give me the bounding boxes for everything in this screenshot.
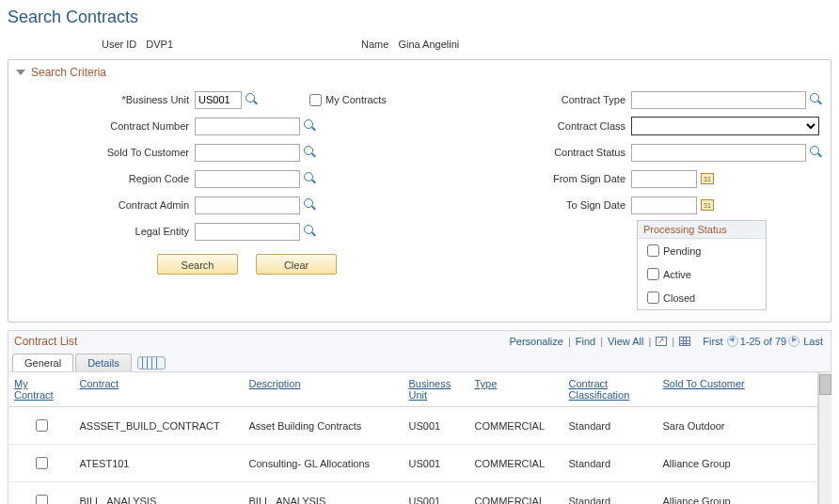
legal-entity-input[interactable]	[195, 223, 300, 241]
cell-classification: Standard	[563, 445, 657, 482]
col-type[interactable]: Type	[475, 378, 498, 389]
col-business-unit[interactable]: Business Unit	[409, 378, 451, 401]
scrollbar[interactable]	[818, 372, 831, 504]
grid-tools: Personalize| Find| View All| | First 1-2…	[507, 336, 825, 347]
col-description[interactable]: Description	[249, 378, 301, 389]
row-my-contract-checkbox[interactable]	[36, 419, 48, 432]
table-row: ASSSET_BUILD_CONTRACTAsset Building Cont…	[8, 407, 818, 445]
zoom-icon[interactable]	[656, 337, 667, 346]
contract-type-input[interactable]	[631, 91, 806, 109]
user-name-value: Gina Angelini	[398, 39, 459, 50]
my-contracts-label: My Contracts	[325, 94, 387, 105]
cell-classification: Standard	[563, 407, 657, 445]
lookup-icon[interactable]	[304, 146, 317, 159]
contract-admin-input[interactable]	[195, 197, 300, 214]
personalize-link[interactable]: Personalize	[509, 336, 562, 347]
active-label: Active	[663, 269, 691, 280]
cell-type: COMMERCIAL	[469, 482, 563, 505]
calendar-icon[interactable]: 31	[701, 199, 714, 211]
contract-class-select[interactable]	[631, 117, 819, 135]
show-all-columns-icon[interactable]	[137, 356, 166, 370]
contract-class-label: Contract Class	[528, 120, 631, 132]
lookup-icon[interactable]	[304, 198, 317, 212]
to-sign-date-input[interactable]	[631, 197, 697, 214]
user-id-value: DVP1	[146, 39, 173, 50]
closed-checkbox[interactable]	[647, 291, 659, 304]
col-classification[interactable]: Contract Classification	[569, 378, 630, 401]
cell-sold-to: Alliance Group	[657, 445, 818, 482]
view-all-link[interactable]: View All	[608, 336, 643, 347]
cell-description: BILL_ANALYSIS	[244, 482, 404, 505]
contract-grid: My Contract Contract Description Busines…	[8, 372, 818, 504]
active-checkbox[interactable]	[647, 268, 659, 280]
user-name-label: Name	[361, 39, 388, 50]
processing-status-legend: Processing Status	[638, 221, 766, 239]
row-my-contract-checkbox[interactable]	[36, 495, 48, 504]
legal-entity-label: Legal Entity	[16, 226, 195, 237]
last-link[interactable]: Last	[803, 336, 823, 347]
cell-description: Asset Building Contracts	[244, 407, 404, 445]
contract-number-label: Contract Number	[16, 120, 195, 132]
search-criteria-section: Search Criteria Business Unit My Contrac…	[8, 59, 831, 323]
cell-bu: US001	[404, 482, 469, 505]
contract-type-label: Contract Type	[528, 94, 631, 105]
my-contracts-checkbox[interactable]	[309, 94, 322, 106]
collapse-icon	[16, 70, 25, 75]
lookup-icon[interactable]	[810, 146, 823, 159]
contract-list-title: Contract List	[14, 335, 77, 348]
first-link[interactable]: First	[703, 336, 722, 347]
row-range: 1-25 of 79	[740, 336, 787, 347]
cell-contract: ATEST101	[74, 445, 244, 482]
page-title: Search Contracts	[8, 8, 831, 27]
next-icon[interactable]	[788, 336, 799, 347]
sold-to-input[interactable]	[195, 144, 300, 162]
contract-status-label: Contract Status	[528, 147, 631, 158]
region-code-label: Region Code	[16, 173, 195, 184]
cell-bu: US001	[404, 407, 469, 445]
lookup-icon[interactable]	[810, 93, 823, 106]
business-unit-input[interactable]	[195, 91, 242, 109]
table-row: ATEST101Consulting- GL AllocationsUS001C…	[8, 445, 818, 482]
search-button[interactable]: Search	[157, 254, 238, 275]
cell-sold-to: Alliance Group	[657, 482, 818, 505]
tab-details[interactable]: Details	[75, 354, 132, 371]
lookup-icon[interactable]	[304, 119, 317, 133]
cell-description: Consulting- GL Allocations	[244, 445, 404, 482]
from-sign-date-input[interactable]	[631, 170, 697, 188]
from-sign-date-label: From Sign Date	[528, 173, 631, 184]
contract-admin-label: Contract Admin	[16, 199, 195, 211]
contract-number-input[interactable]	[195, 118, 300, 135]
cell-bu: US001	[404, 445, 469, 482]
lookup-icon[interactable]	[304, 172, 317, 185]
pending-checkbox[interactable]	[647, 244, 659, 257]
table-row: BILL_ANALYSISBILL_ANALYSISUS001COMMERCIA…	[8, 482, 818, 505]
cell-classification: Standard	[563, 482, 657, 505]
user-info-row: User ID DVP1 Name Gina Angelini	[8, 39, 831, 50]
find-link[interactable]: Find	[576, 336, 595, 347]
lookup-icon[interactable]	[245, 93, 259, 106]
tab-general[interactable]: General	[12, 354, 73, 371]
clear-button[interactable]: Clear	[256, 254, 337, 275]
cell-sold-to: Sara Outdoor	[657, 407, 818, 445]
col-contract[interactable]: Contract	[80, 378, 119, 389]
closed-label: Closed	[663, 292, 695, 304]
processing-status-group: Processing Status Pending Active Closed	[637, 220, 767, 310]
business-unit-label: Business Unit	[16, 94, 195, 105]
pending-label: Pending	[663, 245, 701, 257]
sold-to-label: Sold To Customer	[16, 147, 195, 158]
lookup-icon[interactable]	[304, 225, 317, 238]
cell-contract: BILL_ANALYSIS	[74, 482, 244, 505]
download-icon[interactable]	[679, 337, 690, 346]
contract-status-input[interactable]	[631, 144, 806, 162]
criteria-header-label: Search Criteria	[31, 66, 106, 79]
row-my-contract-checkbox[interactable]	[36, 457, 48, 469]
user-id-label: User ID	[102, 39, 136, 50]
criteria-header[interactable]: Search Criteria	[16, 66, 823, 79]
col-my-contract[interactable]: My Contract	[14, 378, 54, 401]
prev-icon[interactable]	[727, 336, 738, 347]
calendar-icon[interactable]: 31	[701, 173, 714, 184]
to-sign-date-label: To Sign Date	[528, 199, 631, 211]
contract-list-section: Contract List Personalize| Find| View Al…	[8, 330, 831, 504]
region-code-input[interactable]	[195, 170, 300, 188]
col-sold-to[interactable]: Sold To Customer	[663, 378, 745, 389]
